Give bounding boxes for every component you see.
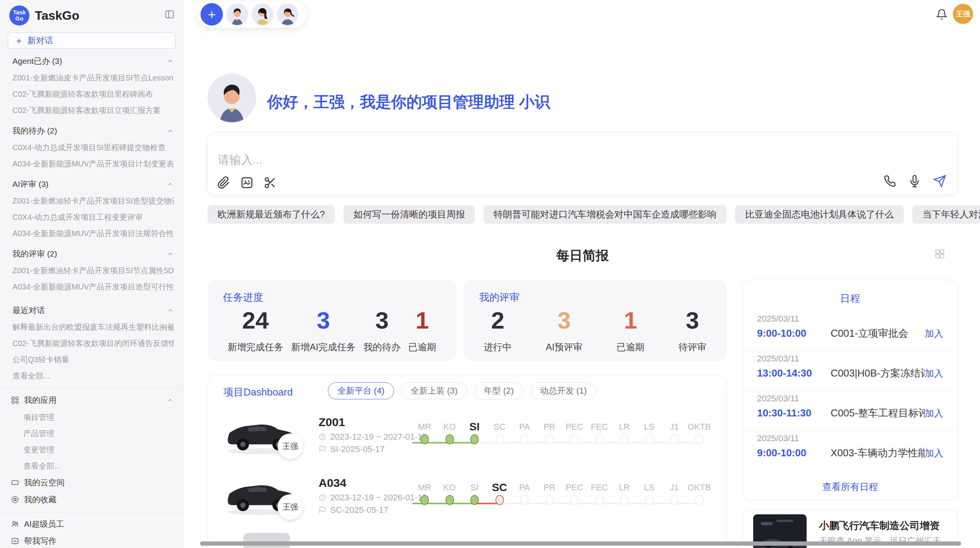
avatar-contact-3[interactable]	[277, 3, 298, 25]
chevron-up-icon[interactable]	[167, 250, 174, 257]
avatar-contact-1[interactable]	[226, 3, 248, 25]
section-my-review[interactable]: 我的评审 (2)	[0, 245, 183, 262]
sidebar-item-project-mgmt[interactable]: 项目管理	[0, 409, 183, 425]
milestone-label: KO	[444, 421, 456, 433]
filter-chip[interactable]: 动总开发 (1)	[530, 382, 596, 399]
milestone-label: PEC	[565, 421, 583, 433]
section-ai-review[interactable]: AI评审 (3)	[0, 176, 183, 193]
sidebar-item-my-apps[interactable]: 我的应用	[0, 391, 183, 409]
milestone-step: SI	[462, 482, 487, 505]
add-conversation-button[interactable]: ＋	[200, 3, 223, 26]
view-all-apps[interactable]: 查看全部...	[0, 458, 183, 474]
sidebar-item[interactable]: Z001-全新燃油皮卡产品开发项目SI节点Lesson Learn报告	[0, 70, 183, 86]
milestone-label: LR	[619, 482, 630, 493]
phone-call-icon[interactable]	[884, 175, 896, 187]
milestone-step: SC	[487, 421, 512, 444]
milestone-label: KO	[444, 482, 456, 493]
section-my-todo[interactable]: 我的待办 (2)	[0, 122, 183, 139]
view-all-chats[interactable]: 查看全部...	[0, 368, 183, 384]
user-avatar[interactable]: 王强	[953, 4, 973, 24]
sidebar-item[interactable]: C02-飞腾新能源轻客改款项目立项汇报方案	[0, 102, 183, 118]
stat-value: 3	[375, 305, 389, 336]
suggestion-chip[interactable]: 特朗普可能对进口汽车增税会对中国车企造成哪些影响	[483, 205, 726, 224]
milestone-label: LS	[644, 482, 654, 493]
milestone-dot	[670, 495, 678, 505]
milestone-step: MR	[412, 421, 437, 444]
join-button[interactable]: 加入	[925, 327, 943, 340]
avatar-contact-2[interactable]	[252, 3, 273, 25]
join-button[interactable]: 加入	[925, 407, 943, 420]
image-icon[interactable]	[240, 176, 254, 189]
milestone-step: LS	[637, 421, 662, 444]
stat: 3AI预评审	[546, 305, 583, 353]
horizontal-scrollbar-thumb[interactable]	[200, 541, 961, 546]
chevron-up-icon[interactable]	[167, 127, 174, 134]
chevron-up-icon[interactable]	[167, 58, 174, 65]
card-title: 任务进度	[223, 291, 263, 304]
milestone-step: PA	[512, 482, 537, 505]
apps-grid-icon	[11, 396, 19, 404]
app: Task Go TaskGo ＋ 新对话 Agent已办 (3) Z001-全新…	[0, 0, 980, 548]
help-write-label: 帮我写作	[24, 536, 57, 546]
sidebar-item[interactable]: A034-全新新能源MUV产品开发项目计划变更表编写	[0, 156, 183, 172]
chat-input[interactable]	[218, 151, 798, 168]
sidebar-item[interactable]: C02-飞腾新能源轻客改款项目里程碑画布	[0, 86, 183, 102]
section-recent-chats[interactable]: 最近对话	[0, 302, 183, 319]
suggestion-chip[interactable]: 当下年轻人对汽车外观有怎样的喜好趋势	[912, 205, 980, 224]
divider	[0, 512, 183, 512]
paperclip-icon[interactable]	[217, 176, 230, 189]
layout-grid-icon[interactable]	[934, 248, 945, 259]
stat-label: 新增完成任务	[228, 341, 283, 353]
send-icon[interactable]	[933, 175, 946, 188]
sidebar-item-favorites[interactable]: 我的收藏	[0, 491, 183, 508]
scissors-icon[interactable]	[264, 176, 277, 189]
suggestion-chip[interactable]: 如何写一份清晰的项目周报	[343, 205, 475, 224]
chevron-up-icon[interactable]	[167, 307, 174, 314]
sidebar-item-cloud-space[interactable]: 我的云空间	[0, 474, 183, 491]
sidebar-item[interactable]: Z001-全新燃油轻卡产品开发项目SI节点属性5D文件评审	[0, 262, 183, 279]
sidebar-item[interactable]: 公司Q3轻卡销量	[0, 351, 183, 368]
view-all-schedule-link[interactable]: 查看所有日程	[743, 481, 957, 493]
sidebar-item[interactable]: C0X4-动力总成开发项目SI里程碑提交物检查	[0, 139, 183, 156]
stat-label: 我的待办	[363, 341, 401, 353]
suggestion-chip[interactable]: 比亚迪全固态电池计划具体说了什么	[735, 205, 904, 224]
milestone-step: SI	[462, 421, 487, 444]
microphone-icon[interactable]	[908, 175, 921, 187]
sidebar-item-change-mgmt[interactable]: 变更管理	[0, 442, 183, 458]
milestone-dot	[620, 495, 629, 505]
sidebar-item[interactable]: C0X4-动力总成开发项目工程变更评审	[0, 209, 183, 225]
milestone-label: MR	[418, 482, 431, 493]
sidebar-item-ai-staff[interactable]: AI超级员工	[0, 515, 183, 533]
new-chat-button[interactable]: ＋ 新对话	[8, 33, 176, 49]
milestone-label: SI	[471, 482, 479, 493]
stat-value: 2	[491, 305, 504, 336]
milestone-label: J1	[670, 421, 678, 433]
project-current-node: SI-2025-05-17	[319, 444, 385, 454]
chevron-up-icon[interactable]	[167, 397, 174, 404]
milestone-label: FEC	[591, 421, 608, 433]
sidebar-item[interactable]: A034-全新新能源MUV产品开发项目造型可行性评审	[0, 279, 183, 295]
suggestion-chip[interactable]: 欧洲新规最近颁布了什么?	[207, 205, 335, 224]
filter-chip[interactable]: 全新平台 (4)	[328, 382, 394, 399]
milestone-label: PA	[519, 482, 530, 493]
filter-chip[interactable]: 年型 (2)	[474, 382, 523, 399]
collapse-sidebar-icon[interactable]	[164, 9, 175, 19]
section-agent-done[interactable]: Agent已办 (3)	[0, 53, 183, 70]
join-button[interactable]: 加入	[925, 447, 943, 459]
milestone-dot	[645, 434, 654, 444]
chevron-up-icon[interactable]	[167, 181, 174, 188]
milestone-label: PR	[543, 421, 555, 433]
join-button[interactable]: 加入	[925, 367, 943, 380]
filter-chip[interactable]: 全新上装 (3)	[401, 382, 467, 399]
stat: 24新增完成任务	[228, 305, 283, 353]
sidebar-item[interactable]: Z001-全新燃油轻卡产品开发项目SI造型提交物评审	[0, 193, 183, 209]
notifications-bell-icon[interactable]	[936, 9, 947, 20]
event-name: X003-车辆动力学性能验...	[831, 446, 925, 460]
sidebar-item-help-write[interactable]: 帮我写作	[0, 533, 183, 548]
sidebar-item[interactable]: C02-飞腾新能源轻客改款项目的闭环通告反馈情况	[0, 335, 183, 351]
sidebar-item[interactable]: 解释最新出台的欧盟报废车法规再生塑料比例被调至15%...	[0, 319, 183, 335]
sidebar-item-product-mgmt[interactable]: 产品管理	[0, 425, 183, 442]
sidebar-item[interactable]: A034-全新新能源MUV产品开发项目法规符合性评审	[0, 225, 183, 241]
schedule-list: 2025/03/11 9:00-10:00 C001-立项审批会 加入 2025…	[743, 311, 957, 471]
event-date: 2025/03/11	[757, 313, 943, 324]
